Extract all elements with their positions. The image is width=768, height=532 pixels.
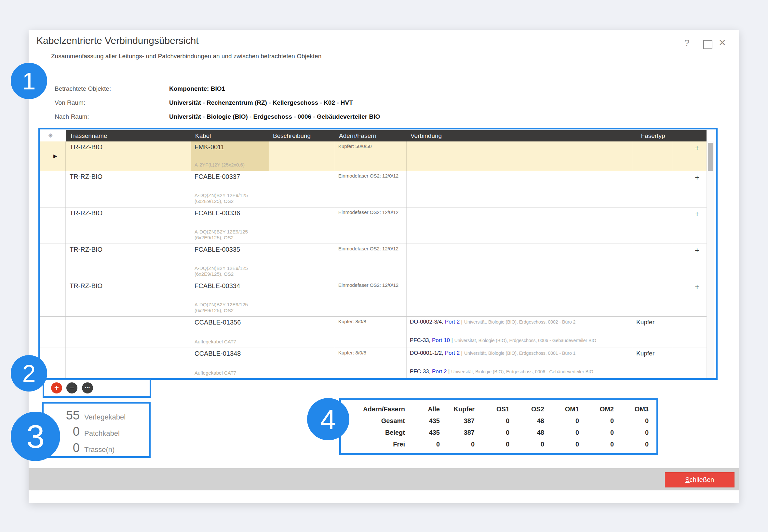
cell-verbindung[interactable]	[407, 207, 633, 244]
summary-value: 0	[614, 441, 649, 448]
cell-adern-fasern[interactable]: Einmodefaser OS2: 12/0/12	[335, 280, 407, 316]
column-header-trassenname[interactable]: Trassenname	[66, 130, 191, 141]
add-button[interactable]: +	[51, 382, 62, 393]
cell-beschreibung[interactable]	[269, 244, 335, 280]
expand-row-button[interactable]: +	[673, 280, 707, 316]
cell-trassenname[interactable]: TR-RZ-BIO	[66, 244, 191, 280]
cell-kabel[interactable]: FCABLE-00336A-DQ(ZN)B2Y 12E9/125 (6x2E9/…	[191, 207, 269, 244]
kabel-type: A-DQ(ZN)B2Y 12E9/125 (6x2E9/125), OS2	[194, 302, 265, 315]
close-button[interactable]: Schließen	[665, 472, 735, 487]
cell-kabel[interactable]: FCABLE-00334A-DQ(ZN)B2Y 12E9/125 (6x2E9/…	[191, 280, 269, 316]
cell-verbindung[interactable]	[407, 171, 633, 207]
cell-adern-fasern[interactable]: Kupfer: 8/0/8	[335, 317, 407, 348]
scrollbar-thumb[interactable]	[708, 143, 713, 171]
table-row[interactable]: TR-RZ-BIOFCABLE-00336A-DQ(ZN)B2Y 12E9/12…	[40, 207, 707, 244]
cell-fasertyp[interactable]	[633, 280, 673, 316]
separator: |	[447, 368, 451, 375]
column-header-expand	[673, 130, 707, 141]
ellipsis-icon: •••	[85, 386, 90, 390]
device-label: PFC-33,	[410, 368, 432, 375]
cell-fasertyp[interactable]	[633, 141, 673, 171]
table-row[interactable]: TR-RZ-BIOFCABLE-00337A-DQ(ZN)B2Y 12E9/12…	[40, 171, 707, 207]
cell-kabel[interactable]: CCABLE-01356Auflegekabel CAT7	[191, 317, 269, 348]
table-row[interactable]: CCABLE-01348Auflegekabel CAT7Kupfer: 8/0…	[40, 348, 707, 378]
column-header-kabel[interactable]: Kabel	[191, 130, 269, 141]
cell-beschreibung[interactable]	[269, 348, 335, 378]
cell-verbindung[interactable]	[407, 280, 633, 316]
cell-beschreibung[interactable]	[269, 280, 335, 316]
cell-verbindung[interactable]	[407, 141, 633, 171]
kabel-type: A-DQ(ZN)B2Y 12E9/125 (6x2E9/125), OS2	[194, 193, 265, 206]
help-icon[interactable]: ?	[684, 38, 690, 48]
location-label: Universität, Biologie (BIO), Erdgeschoss…	[464, 351, 576, 356]
cell-verbindung[interactable]: DO-0002-3/4, Port 2 | Universität, Biolo…	[407, 317, 633, 348]
cell-verbindung[interactable]: DO-0001-1/2, Port 2 | Universität, Biolo…	[407, 348, 633, 378]
expand-row-button[interactable]: +	[673, 244, 707, 280]
close-icon[interactable]: ×	[719, 36, 726, 49]
cell-adern-fasern[interactable]: Einmodefaser OS2: 12/0/12	[335, 207, 407, 244]
port-link[interactable]: Port 2	[432, 368, 447, 375]
minus-icon: −	[69, 383, 74, 393]
table-row[interactable]: TR-RZ-BIOFCABLE-00335A-DQ(ZN)B2Y 12E9/12…	[40, 244, 707, 280]
totals-panel: 55Verlegekabel0Patchkabel0Trasse(n)	[49, 408, 126, 457]
table-header-row: ✳ Trassenname Kabel Beschreibung Adern/F…	[40, 130, 707, 141]
cell-kabel[interactable]: FCABLE-00335A-DQ(ZN)B2Y 12E9/125 (6x2E9/…	[191, 244, 269, 280]
port-link[interactable]: Port 10	[432, 337, 450, 343]
count-value: 55	[49, 408, 80, 422]
cell-fasertyp[interactable]: Kupfer	[633, 317, 673, 348]
cell-trassenname[interactable]: TR-RZ-BIO	[66, 207, 191, 244]
column-header-verbindung[interactable]: Verbindung	[407, 130, 633, 141]
cell-trassenname[interactable]	[66, 317, 191, 348]
summary-data-row: Belegt435387048000	[345, 427, 649, 438]
cell-fasertyp[interactable]	[633, 171, 673, 207]
cell-beschreibung[interactable]	[269, 141, 335, 171]
column-header-beschreibung[interactable]: Beschreibung	[269, 130, 335, 141]
pin-icon: ✳	[40, 130, 66, 141]
remove-button[interactable]: −	[66, 382, 77, 393]
port-link[interactable]: Port 2	[445, 350, 460, 356]
cell-trassenname[interactable]	[66, 348, 191, 378]
cell-verbindung[interactable]	[407, 244, 633, 280]
cell-adern-fasern[interactable]: Kupfer: 50/0/50	[335, 141, 407, 171]
maximize-icon[interactable]	[703, 40, 712, 49]
table-row[interactable]: TR-RZ-BIOFCABLE-00334A-DQ(ZN)B2Y 12E9/12…	[40, 280, 707, 317]
cell-fasertyp[interactable]	[633, 207, 673, 244]
column-header-fasertyp[interactable]: Fasertyp	[633, 130, 673, 141]
table-row[interactable]: CCABLE-01356Auflegekabel CAT7Kupfer: 8/0…	[40, 317, 707, 348]
cell-kabel[interactable]: FMK-0011A-2YF(L)2Y (25x2x0,6)	[191, 141, 269, 171]
cell-fasertyp[interactable]: Kupfer	[633, 348, 673, 378]
summary-header-cell: OS1	[475, 406, 510, 413]
expand-row-button[interactable]: +	[673, 207, 707, 244]
row-selector-cell	[40, 348, 66, 378]
expand-row-button[interactable]: +	[673, 141, 707, 171]
cell-kabel[interactable]: FCABLE-00337A-DQ(ZN)B2Y 12E9/125 (6x2E9/…	[191, 171, 269, 207]
cell-adern-fasern[interactable]: Einmodefaser OS2: 12/0/12	[335, 171, 407, 207]
cell-beschreibung[interactable]	[269, 207, 335, 244]
cell-kabel[interactable]: CCABLE-01348Auflegekabel CAT7	[191, 348, 269, 378]
verbindung-line: DO-0002-3/4, Port 2 | Universität, Biolo…	[410, 319, 629, 325]
more-options-button[interactable]: •••	[82, 382, 93, 393]
summary-value: 0	[510, 441, 544, 448]
connection-table: ✳ Trassenname Kabel Beschreibung Adern/F…	[40, 130, 714, 378]
kabel-type: A-DQ(ZN)B2Y 12E9/125 (6x2E9/125), OS2	[194, 229, 265, 242]
kabel-name: CCABLE-01356	[194, 319, 265, 326]
column-header-adern-fasern[interactable]: Adern/Fasern	[335, 130, 407, 141]
cell-trassenname[interactable]: TR-RZ-BIO	[66, 171, 191, 207]
cell-trassenname[interactable]: TR-RZ-BIO	[66, 141, 191, 171]
cell-trassenname[interactable]: TR-RZ-BIO	[66, 280, 191, 316]
info-row-to-room: Nach Raum: Universität - Biologie (BIO) …	[55, 113, 380, 127]
vertical-scrollbar[interactable]	[707, 141, 714, 378]
cell-adern-fasern[interactable]: Kupfer: 8/0/8	[335, 348, 407, 378]
cell-beschreibung[interactable]	[269, 317, 335, 348]
cell-beschreibung[interactable]	[269, 171, 335, 207]
cell-adern-fasern[interactable]: Einmodefaser OS2: 12/0/12	[335, 244, 407, 280]
summary-header-cell: Adern/Fasern	[345, 406, 405, 413]
port-link[interactable]: Port 2	[445, 319, 460, 325]
device-label: DO-0001-1/2,	[410, 350, 445, 356]
table-row[interactable]: ▶TR-RZ-BIOFMK-0011A-2YF(L)2Y (25x2x0,6)K…	[40, 141, 707, 171]
info-value: Universität - Rechenzentrum (RZ) - Kelle…	[169, 99, 353, 106]
summary-row-label: Belegt	[345, 429, 405, 436]
expand-row-button[interactable]: +	[673, 171, 707, 207]
count-label: Verlegekabel	[84, 413, 126, 421]
cell-fasertyp[interactable]	[633, 244, 673, 280]
